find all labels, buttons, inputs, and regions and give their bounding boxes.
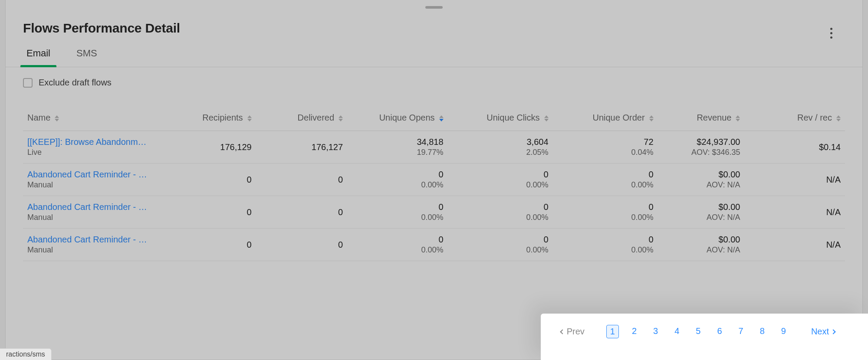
cell-clicks: 3,6042.05% — [448, 131, 553, 164]
kebab-dot-icon — [830, 28, 832, 30]
prev-label: Prev — [567, 327, 585, 337]
cell-orders: 00.00% — [553, 164, 658, 196]
page-8[interactable]: 8 — [756, 325, 768, 338]
flow-name-link[interactable]: Abandoned Cart Reminder - … — [27, 202, 158, 212]
flow-status: Manual — [27, 245, 174, 255]
sort-icon — [544, 115, 549, 121]
col-recipients[interactable]: Recipients — [178, 105, 256, 131]
cell-opens: 00.00% — [347, 196, 447, 229]
cell-delivered: 0 — [256, 229, 347, 261]
flow-name-link[interactable]: Abandoned Cart Reminder - … — [27, 235, 158, 245]
flow-name-link[interactable]: Abandoned Cart Reminder - … — [27, 170, 158, 180]
col-revenue[interactable]: Revenue — [658, 105, 745, 131]
cell-orders: 00.00% — [553, 229, 658, 261]
cell-revenue: $0.00AOV: N/A — [658, 164, 745, 196]
page-1[interactable]: 1 — [606, 325, 619, 338]
next-label: Next — [811, 327, 829, 337]
cell-clicks: 00.00% — [448, 164, 553, 196]
cell-recipients: 176,129 — [178, 131, 256, 164]
drag-handle[interactable] — [425, 6, 443, 9]
col-delivered[interactable]: Delivered — [256, 105, 347, 131]
cell-opens: 34,81819.77% — [347, 131, 447, 164]
table-body: [[KEEP]]: Browse Abandonm…Live 176,129 1… — [23, 131, 845, 261]
cell-clicks: 00.00% — [448, 196, 553, 229]
kebab-dot-icon — [830, 36, 832, 39]
page-3[interactable]: 3 — [650, 325, 661, 338]
col-unique-order[interactable]: Unique Order — [553, 105, 658, 131]
filter-row: Exclude draft flows — [6, 67, 862, 88]
browser-status-url: ractions/sms — [0, 348, 52, 360]
table-row: Abandoned Cart Reminder - …Manual 0 0 00… — [23, 196, 845, 229]
chevron-left-icon — [560, 329, 565, 334]
flow-status: Manual — [27, 180, 174, 190]
cell-delivered: 0 — [256, 196, 347, 229]
page-title: Flows Performance Detail — [23, 21, 845, 36]
chevron-right-icon — [831, 329, 835, 334]
col-name[interactable]: Name — [23, 105, 178, 131]
more-options-button[interactable] — [826, 26, 836, 40]
prev-button[interactable]: Prev — [558, 325, 587, 338]
cell-revenue: $0.00AOV: N/A — [658, 229, 745, 261]
cell-revenue: $24,937.00AOV: $346.35 — [658, 131, 745, 164]
cell-rev-per-rec: $0.14 — [744, 131, 845, 164]
sort-icon — [55, 115, 59, 121]
flow-status: Live — [27, 148, 174, 157]
page-number-list: 1 2 3 4 5 6 7 8 9 — [606, 325, 789, 338]
cell-recipients: 0 — [178, 229, 256, 261]
cell-recipients: 0 — [178, 164, 256, 196]
tab-sms[interactable]: SMS — [73, 48, 101, 67]
cell-opens: 00.00% — [347, 164, 447, 196]
cell-rev-per-rec: N/A — [744, 229, 845, 261]
sort-icon — [836, 115, 841, 121]
exclude-draft-checkbox[interactable] — [23, 78, 33, 88]
page-7[interactable]: 7 — [735, 325, 747, 338]
col-unique-clicks[interactable]: Unique Clicks — [448, 105, 553, 131]
next-button[interactable]: Next — [809, 325, 838, 338]
cell-orders: 00.00% — [553, 196, 658, 229]
cell-clicks: 00.00% — [448, 229, 553, 261]
cell-rev-per-rec: N/A — [744, 164, 845, 196]
page-6[interactable]: 6 — [713, 325, 725, 338]
cell-recipients: 0 — [178, 196, 256, 229]
sort-icon — [649, 115, 654, 121]
cell-opens: 00.00% — [347, 229, 447, 261]
sort-icon — [247, 115, 252, 121]
tab-email[interactable]: Email — [23, 48, 54, 67]
cell-delivered: 0 — [256, 164, 347, 196]
performance-table: Name Recipients Delivered Unique Opens U… — [6, 88, 862, 261]
table-row: Abandoned Cart Reminder - …Manual 0 0 00… — [23, 164, 845, 196]
page-4[interactable]: 4 — [671, 325, 683, 338]
cell-delivered: 176,127 — [256, 131, 347, 164]
exclude-draft-label: Exclude draft flows — [39, 78, 112, 88]
flows-panel: Flows Performance Detail Email SMS Exclu… — [5, 0, 863, 360]
sort-down-active-icon — [439, 115, 444, 121]
page-9[interactable]: 9 — [778, 325, 789, 338]
sort-icon — [339, 115, 343, 121]
kebab-dot-icon — [830, 32, 832, 34]
cell-revenue: $0.00AOV: N/A — [658, 196, 745, 229]
sort-icon — [736, 115, 740, 121]
cell-rev-per-rec: N/A — [744, 196, 845, 229]
channel-tabs: Email SMS — [6, 48, 862, 67]
col-unique-opens[interactable]: Unique Opens — [347, 105, 447, 131]
table-row: Abandoned Cart Reminder - …Manual 0 0 00… — [23, 229, 845, 261]
flow-status: Manual — [27, 213, 174, 222]
panel-header: Flows Performance Detail — [6, 0, 862, 36]
col-rev-per-rec[interactable]: Rev / rec — [744, 105, 845, 131]
pagination-bar: Prev 1 2 3 4 5 6 7 8 9 Next — [541, 314, 868, 360]
flow-name-link[interactable]: [[KEEP]]: Browse Abandonm… — [27, 137, 158, 147]
page-5[interactable]: 5 — [692, 325, 704, 338]
page-2[interactable]: 2 — [628, 325, 640, 338]
cell-orders: 720.04% — [553, 131, 658, 164]
table-row: [[KEEP]]: Browse Abandonm…Live 176,129 1… — [23, 131, 845, 164]
